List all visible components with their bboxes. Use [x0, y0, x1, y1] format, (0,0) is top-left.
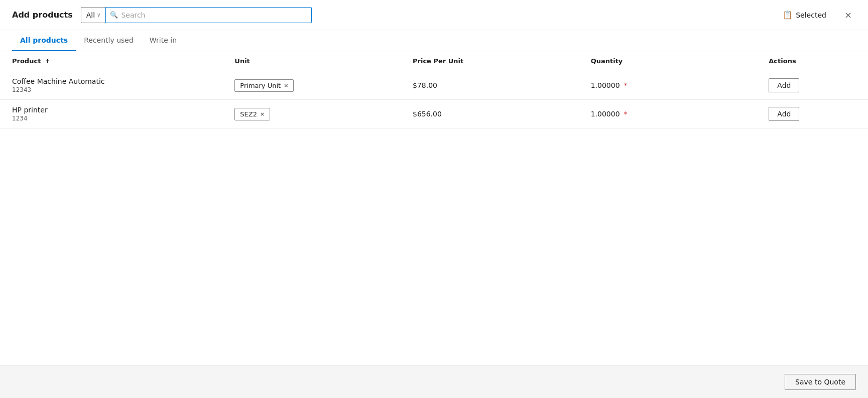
modal-footer: Save to Quote [0, 365, 868, 398]
products-table: Product ↑ Unit Price Per Unit Quantity A… [0, 51, 868, 128]
add-products-modal: Add products All ∨ 🔍 📋 Selected × All pr… [0, 0, 868, 398]
chevron-down-icon: ∨ [97, 12, 100, 18]
add-button-1[interactable]: Add [769, 107, 799, 121]
price-cell-1: $656.00 [401, 100, 579, 128]
modal-header: Add products All ∨ 🔍 📋 Selected × [0, 0, 868, 30]
tabs-container: All products Recently used Write in [0, 30, 868, 51]
table-row: Coffee Machine Automatic 12343 Primary U… [0, 71, 868, 100]
quantity-cell-1: 1.00000 * [579, 100, 757, 128]
search-filter-label: All [86, 11, 95, 19]
unit-remove-button-1[interactable]: × [260, 111, 265, 117]
quantity-cell-0: 1.00000 * [579, 71, 757, 100]
column-header-price: Price Per Unit [401, 51, 579, 71]
save-to-quote-button[interactable]: Save to Quote [785, 374, 856, 390]
table-row: HP printer 1234 SEZ2 × $656.00 1.00000 *… [0, 100, 868, 128]
selected-label: Selected [796, 11, 826, 19]
sort-icon-product[interactable]: ↑ [45, 58, 50, 65]
actions-cell-0: Add [757, 71, 868, 100]
unit-label-1: SEZ2 [240, 110, 257, 118]
required-star-0: * [624, 81, 628, 89]
selected-button[interactable]: 📋 Selected [777, 8, 832, 22]
price-value-0: $78.00 [413, 81, 437, 89]
search-input[interactable] [121, 11, 307, 19]
modal-title: Add products [12, 10, 73, 20]
column-header-quantity: Quantity [579, 51, 757, 71]
column-header-actions: Actions [757, 51, 868, 71]
required-star-1: * [624, 110, 628, 118]
close-button[interactable]: × [840, 8, 856, 22]
price-cell-0: $78.00 [401, 71, 579, 100]
product-cell-0: Coffee Machine Automatic 12343 [0, 71, 222, 100]
unit-tag-0: Primary Unit × [234, 79, 294, 92]
tab-write-in[interactable]: Write in [142, 30, 185, 51]
selected-icon: 📋 [783, 10, 793, 20]
column-header-product: Product ↑ [0, 51, 222, 71]
unit-label-0: Primary Unit [240, 82, 281, 89]
product-name-1: HP printer [12, 106, 210, 114]
search-input-wrapper: 🔍 [105, 7, 311, 23]
unit-cell-0: Primary Unit × [222, 71, 401, 100]
tab-recently-used[interactable]: Recently used [76, 30, 142, 51]
unit-remove-button-0[interactable]: × [284, 83, 288, 88]
column-header-unit: Unit [222, 51, 401, 71]
search-container: All ∨ 🔍 [81, 7, 312, 23]
unit-tag-1: SEZ2 × [234, 108, 270, 120]
product-id-0: 12343 [12, 86, 210, 93]
tab-all-products[interactable]: All products [12, 30, 76, 51]
unit-cell-1: SEZ2 × [222, 100, 401, 128]
actions-cell-1: Add [757, 100, 868, 128]
add-button-0[interactable]: Add [769, 78, 799, 92]
search-filter-button[interactable]: All ∨ [81, 7, 106, 23]
product-name-0: Coffee Machine Automatic [12, 77, 210, 85]
product-id-1: 1234 [12, 115, 210, 122]
search-icon: 🔍 [110, 11, 118, 19]
price-value-1: $656.00 [413, 110, 442, 118]
products-table-container: Product ↑ Unit Price Per Unit Quantity A… [0, 51, 868, 365]
product-cell-1: HP printer 1234 [0, 100, 222, 128]
table-header-row: Product ↑ Unit Price Per Unit Quantity A… [0, 51, 868, 71]
quantity-value-0: 1.00000 [591, 81, 620, 89]
quantity-value-1: 1.00000 [591, 110, 620, 118]
close-icon: × [844, 10, 852, 20]
